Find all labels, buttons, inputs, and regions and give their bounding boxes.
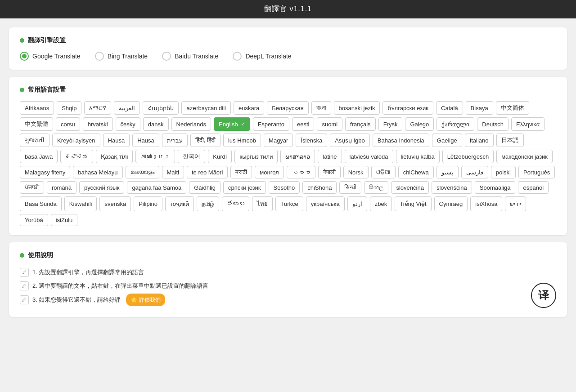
lang-tag[interactable]: فارسی xyxy=(461,166,488,178)
lang-tag[interactable]: ភាសាខ្មែរ xyxy=(135,150,175,163)
lang-tag[interactable]: монгол xyxy=(255,166,284,178)
lang-tag[interactable]: Sesotho xyxy=(269,181,300,194)
lang-tag[interactable]: ଓଡ଼ିଆ xyxy=(371,166,396,178)
lang-tag[interactable]: Türkçe xyxy=(275,196,303,211)
engine-option-deepl[interactable]: DeepL Translate xyxy=(233,52,291,61)
lang-tag[interactable]: basa Jawa xyxy=(20,150,58,163)
lang-tag[interactable]: ಕನ್ನಡ xyxy=(60,150,93,163)
lang-tag[interactable]: Yorùbá xyxy=(20,214,48,226)
lang-tag[interactable]: 한국어 xyxy=(178,150,205,163)
lang-tag[interactable]: Esperanto xyxy=(253,117,289,131)
lang-tag[interactable]: English✓ xyxy=(214,117,250,131)
lang-tag[interactable]: chiChewa xyxy=(398,166,434,178)
lang-tag[interactable]: മലയാളം xyxy=(126,166,159,178)
lang-tag[interactable]: Cymraeg xyxy=(434,196,468,211)
lang-tag[interactable]: Frysk xyxy=(378,117,403,131)
lang-tag[interactable]: azərbaycan dili xyxy=(181,101,231,115)
lang-tag[interactable]: eesti xyxy=(292,117,314,131)
lang-tag[interactable]: slovenščina xyxy=(432,181,472,194)
lang-tag[interactable]: اردو xyxy=(347,196,367,211)
lang-tag[interactable]: ဗမာစာ xyxy=(287,166,315,178)
lang-tag[interactable]: Íslenska xyxy=(296,134,327,147)
lang-tag[interactable]: gagana faa Samoa xyxy=(127,181,186,194)
lang-tag[interactable]: lus Hmoob xyxy=(223,134,261,147)
lang-tag[interactable]: יידיש xyxy=(505,196,526,211)
lang-tag[interactable]: Basa Sunda xyxy=(20,196,62,211)
lang-tag[interactable]: Magyar xyxy=(264,134,293,147)
lang-tag[interactable]: polski xyxy=(491,166,516,178)
lang-tag[interactable]: Català xyxy=(436,101,463,115)
lang-tag[interactable]: मराठी xyxy=(230,166,252,178)
lang-tag[interactable]: 中文简体 xyxy=(496,101,529,115)
lang-tag[interactable]: Kurdî xyxy=(208,150,232,163)
lang-tag[interactable]: Kiswahili xyxy=(64,196,97,211)
lang-tag[interactable]: македонски јазик xyxy=(496,150,553,163)
lang-tag[interactable]: български език xyxy=(382,101,433,115)
lang-tag[interactable]: ພາສາລາວ xyxy=(280,150,315,163)
lang-tag[interactable]: српски језик xyxy=(223,181,266,194)
lang-tag[interactable]: Deutsch xyxy=(477,117,508,131)
lang-tag[interactable]: latviešu valoda xyxy=(345,150,393,163)
engine-option-bing[interactable]: Bing Translate xyxy=(95,52,148,61)
lang-tag[interactable]: Galego xyxy=(405,117,434,131)
lang-tag[interactable]: עברית xyxy=(162,134,188,147)
lang-tag[interactable]: bosanski jezik xyxy=(334,101,380,115)
lang-tag[interactable]: Português xyxy=(518,166,555,178)
lang-tag[interactable]: bahasa Melayu xyxy=(73,166,122,178)
lang-tag[interactable]: ქართული xyxy=(436,117,474,131)
lang-tag[interactable]: Hausa xyxy=(103,134,130,147)
rate-button[interactable]: ⭐ 評價我們 xyxy=(126,294,165,306)
lang-tag[interactable]: zbek xyxy=(370,196,392,211)
lang-tag[interactable]: Gaeilge xyxy=(432,134,462,147)
lang-tag[interactable]: dansk xyxy=(143,117,169,131)
lang-tag[interactable]: українська xyxy=(306,196,345,211)
lang-tag[interactable]: isiZulu xyxy=(51,214,78,226)
lang-tag[interactable]: አማርኛ xyxy=(84,101,111,115)
lang-tag[interactable]: Nederlands xyxy=(171,117,212,131)
lang-tag[interactable]: тоҷикӣ xyxy=(165,196,194,211)
lang-tag[interactable]: 日本語 xyxy=(496,134,524,147)
lang-tag[interactable]: latine xyxy=(318,150,342,163)
lang-tag[interactable]: සිංහල xyxy=(364,181,388,194)
lang-tag[interactable]: Shqip xyxy=(57,101,81,115)
lang-tag[interactable]: सिन्धी xyxy=(339,181,361,194)
lang-tag[interactable]: svenska xyxy=(99,196,131,211)
lang-tag[interactable]: Tiếng Việt xyxy=(395,196,431,211)
lang-tag[interactable]: ไทย xyxy=(252,196,273,211)
lang-tag[interactable]: Malti xyxy=(162,166,184,178)
lang-tag[interactable]: кыргыз тили xyxy=(234,150,278,163)
lang-tag[interactable]: Asụsụ Igbo xyxy=(330,134,370,147)
lang-tag[interactable]: hrvatski xyxy=(83,117,113,131)
lang-tag[interactable]: slovenčina xyxy=(391,181,428,194)
lang-tag[interactable]: español xyxy=(518,181,549,194)
lang-tag[interactable]: Norsk xyxy=(343,166,369,178)
lang-tag[interactable]: chiShona xyxy=(302,181,337,194)
lang-tag[interactable]: Ελληνικά xyxy=(511,117,544,131)
lang-tag[interactable]: 中文繁體 xyxy=(20,117,53,131)
lang-tag[interactable]: Kreyòl ayisyen xyxy=(52,134,100,147)
engine-option-baidu[interactable]: Baidu Translate xyxy=(162,52,218,61)
lang-tag[interactable]: हिंदी, हिंदी xyxy=(190,134,220,147)
lang-tag[interactable]: Bahasa Indonesia xyxy=(373,134,429,147)
lang-tag[interactable]: te reo Māori xyxy=(187,166,228,178)
lang-tag[interactable]: नेपाली xyxy=(318,166,341,178)
lang-tag[interactable]: русский язык xyxy=(79,181,124,194)
lang-tag[interactable]: Malagasy fiteny xyxy=(20,166,70,178)
lang-tag[interactable]: Lëtzebuergesch xyxy=(442,150,494,163)
lang-tag[interactable]: česky xyxy=(116,117,140,131)
lang-tag[interactable]: தமிழ் xyxy=(197,196,219,211)
lang-tag[interactable]: Afrikaans xyxy=(20,101,54,115)
lang-tag[interactable]: తెలుగు xyxy=(222,196,249,211)
lang-tag[interactable]: ગુજરાતી xyxy=(20,134,50,147)
lang-tag[interactable]: suomi xyxy=(317,117,342,131)
lang-tag[interactable]: Bisaya xyxy=(466,101,493,115)
lang-tag[interactable]: Pilipino xyxy=(134,196,162,211)
lang-tag[interactable]: Soomaaliga xyxy=(475,181,516,194)
lang-tag[interactable]: euskara xyxy=(234,101,264,115)
lang-tag[interactable]: corsu xyxy=(56,117,80,131)
lang-tag[interactable]: বাংলা xyxy=(311,101,331,115)
lang-tag[interactable]: Беларуская xyxy=(267,101,308,115)
lang-tag[interactable]: العربية xyxy=(114,101,140,115)
lang-tag[interactable]: Italiano xyxy=(465,134,494,147)
lang-tag[interactable]: پښتو xyxy=(436,166,459,178)
